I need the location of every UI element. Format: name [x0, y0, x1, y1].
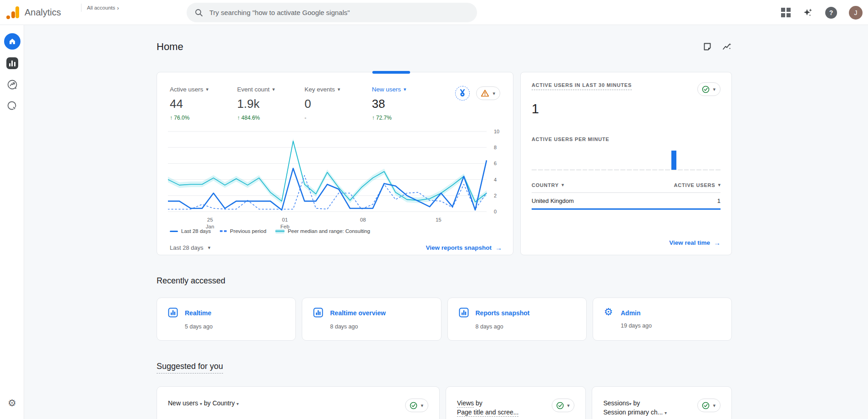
minute-slot: [576, 147, 581, 170]
minute-slot: [665, 147, 670, 170]
sidebar-item-advertising[interactable]: [0, 100, 24, 112]
caret-down-icon: ▾: [272, 86, 275, 92]
reports-icon: [6, 57, 18, 69]
suggested-card-new-users-by-country[interactable]: New users ▾ by Country ▾ ▾: [157, 386, 440, 419]
metric-value: 0: [305, 97, 372, 111]
minute-slot: [614, 147, 619, 170]
notes-icon[interactable]: [703, 42, 712, 51]
card-status-button[interactable]: ▾: [405, 399, 428, 412]
search-icon: [195, 9, 203, 17]
insight-warning-button[interactable]: ▾: [476, 86, 500, 100]
recently-accessed-title: Recently accessed: [157, 276, 732, 286]
svg-text:8: 8: [494, 145, 497, 150]
suggested-card-views-by-page-title[interactable]: Views by Page title and scree... ▾: [446, 386, 586, 419]
sidebar-item-reports[interactable]: [0, 57, 24, 69]
x-axis-labels: 25Jan01Feb0815: [168, 215, 487, 229]
apps-grid-icon[interactable]: [781, 8, 791, 17]
check-circle-icon: [702, 86, 710, 93]
bar-chart-icon: [168, 308, 178, 318]
caret-down-icon: ▾: [421, 403, 423, 409]
recent-link: Realtime overview: [330, 309, 430, 317]
realtime-title: ACTIVE USERS IN LAST 30 MINUTES: [532, 82, 632, 90]
minute-slot: [640, 147, 645, 170]
active-users-30min-value: 1: [532, 101, 721, 116]
left-nav: ⚙: [0, 25, 24, 419]
minute-slot: [570, 147, 575, 170]
recent-card-reports-snapshot[interactable]: Reports snapshot 8 days ago: [447, 298, 587, 341]
metric-value: 1.9k: [237, 97, 305, 111]
minute-slot: [595, 147, 600, 170]
insights-icon[interactable]: [722, 42, 732, 52]
card-status-button[interactable]: ▾: [697, 399, 721, 412]
minute-slot: [557, 147, 562, 170]
metric-new-users[interactable]: New users▾ 38 ↑ 72.7%: [372, 86, 439, 121]
minute-slot: [538, 147, 543, 170]
check-circle-icon: [410, 402, 417, 409]
caret-down-icon: ▾: [629, 401, 631, 406]
recent-card-realtime[interactable]: Realtime 5 days ago: [157, 298, 296, 341]
avatar-initial: J: [854, 9, 858, 16]
table-row[interactable]: United Kingdom 1: [532, 193, 721, 210]
view-reports-snapshot-link[interactable]: View reports snapshot →: [426, 244, 502, 252]
suggested-card-sessions-by-channel[interactable]: Sessions▾ by Session primary ch... ▾ ▾: [592, 386, 732, 419]
metric-key-events[interactable]: Key events▾ 0 -: [305, 86, 372, 121]
search-input[interactable]: Try searching "how to activate Google si…: [187, 3, 477, 22]
metric-active-users[interactable]: Active users▾ 44 ↑ 76.0%: [170, 86, 237, 121]
caret-down-icon: ▾: [665, 410, 667, 415]
country-column-header[interactable]: COUNTRY ▾: [532, 182, 564, 188]
card-status-button[interactable]: ▾: [552, 399, 575, 412]
recent-ago: 5 days ago: [185, 323, 284, 331]
metric-label: Event count: [237, 86, 269, 93]
date-range-value: Last 28 days: [170, 244, 203, 251]
minute-slot: [652, 147, 657, 170]
metric-label: Active users: [170, 86, 203, 93]
minute-slot: [690, 147, 695, 170]
suggested-card-title: Sessions▾ by Session primary ch... ▾: [603, 399, 667, 417]
settings-gear-icon: ⚙: [8, 398, 16, 408]
metric-event-count[interactable]: Event count▾ 1.9k ↑ 484.6%: [237, 86, 305, 121]
band-swatch: [275, 229, 284, 233]
recent-card-admin[interactable]: ⚙ Admin 19 days ago: [593, 298, 732, 341]
home-icon: [8, 37, 16, 45]
check-circle-icon: [702, 402, 710, 409]
minute-slot: [684, 147, 689, 170]
sidebar-item-settings[interactable]: ⚙: [0, 398, 24, 408]
selected-metric-indicator: [372, 71, 410, 74]
minute-slot: [551, 147, 556, 170]
gemini-sparkle-icon[interactable]: [802, 7, 813, 18]
trend-chart: 0246810 25Jan01Feb0815: [168, 129, 502, 227]
avatar[interactable]: J: [849, 6, 863, 20]
analytics-logo[interactable]: Analytics: [0, 5, 73, 19]
minute-slot: [532, 147, 537, 170]
metric-value: 44: [170, 97, 237, 111]
active-users-column-header[interactable]: ACTIVE USERS ▾: [674, 182, 721, 188]
caret-down-icon: ▾: [237, 401, 239, 406]
bar-chart-icon: [313, 308, 323, 318]
metric-label: Key events: [305, 86, 335, 93]
minute-slot: [696, 147, 701, 170]
breadcrumb[interactable]: All accounts ›: [81, 4, 119, 12]
dashed-line-swatch: [220, 230, 227, 232]
metric-value: 38: [372, 97, 439, 111]
active-users-per-minute-chart: [532, 147, 721, 170]
check-circle-icon: [556, 402, 564, 409]
overview-metrics-card: Active users▾ 44 ↑ 76.0% Event count▾ 1.…: [157, 72, 513, 255]
minute-slot: [627, 147, 632, 170]
date-range-select[interactable]: Last 28 days ▾: [170, 244, 210, 251]
app-name: Analytics: [25, 7, 61, 18]
realtime-status-button[interactable]: ▾: [697, 82, 721, 96]
recent-card-realtime-overview[interactable]: Realtime overview 8 days ago: [302, 298, 441, 341]
benchmarking-badge-button[interactable]: [455, 86, 470, 101]
recent-ago: 8 days ago: [330, 323, 430, 331]
view-real-time-link[interactable]: View real time →: [669, 239, 721, 247]
top-app-bar: Analytics All accounts › Try searching "…: [0, 0, 868, 25]
suggested-card-title: Views by Page title and scree...: [457, 399, 518, 417]
recent-link: Admin: [621, 309, 721, 317]
svg-text:10: 10: [494, 129, 499, 134]
recent-link: Reports snapshot: [476, 309, 575, 317]
sidebar-item-home[interactable]: [0, 33, 24, 50]
x-axis-tick: 25Jan: [206, 217, 214, 230]
explore-icon: [6, 79, 18, 91]
sidebar-item-explore[interactable]: [0, 79, 24, 91]
help-icon[interactable]: ?: [825, 7, 837, 19]
